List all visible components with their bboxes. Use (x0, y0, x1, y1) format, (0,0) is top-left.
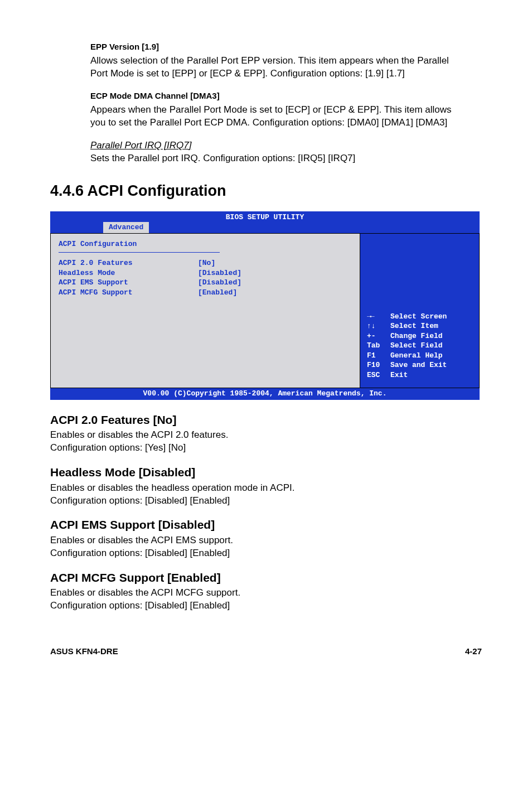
parallel-port-irq-heading: Parallel Port IRQ [IRQ7] (90, 140, 191, 151)
bios-row-label: Headless Mode (59, 268, 198, 278)
bios-help-key: ESC (367, 370, 390, 380)
bios-help-key: F1 (367, 351, 390, 361)
acpi20-heading: ACPI 2.0 Features [No] (50, 412, 482, 428)
bios-left-panel: ACPI Configuration ACPI 2.0 Features [No… (50, 233, 360, 389)
bios-row: ACPI 2.0 Features [No] (59, 258, 352, 268)
ecp-dma-heading: ECP Mode DMA Channel [DMA3] (90, 90, 465, 102)
bios-help-key: →← (367, 312, 390, 322)
page-footer-right: 4-27 (465, 646, 482, 657)
bios-help-panel: →←Select Screen ↑↓Select Item +-Change F… (360, 233, 480, 389)
bios-help-key: ↑↓ (367, 321, 390, 331)
bios-help-text: General Help (390, 351, 443, 361)
bios-help-key: Tab (367, 341, 390, 351)
bios-help-key: +- (367, 331, 390, 341)
ems-line1: Enables or disables the ACPI EMS support… (50, 534, 482, 547)
bios-row-value: [No] (198, 258, 215, 268)
bios-help-key: F10 (367, 360, 390, 370)
headless-heading: Headless Mode [Disabled] (50, 465, 482, 480)
bios-footer: V00.00 (C)Copyright 1985-2004, American … (50, 388, 480, 400)
epp-version-body: Allows selection of the Parallel Port EP… (90, 55, 465, 80)
mcfg-line2: Configuration options: [Disabled] [Enabl… (50, 600, 482, 612)
mcfg-heading: ACPI MCFG Support [Enabled] (50, 570, 482, 586)
acpi20-line1: Enables or disables the ACPI 2.0 feature… (50, 429, 482, 442)
page-footer-left: ASUS KFN4-DRE (50, 646, 118, 657)
bios-row-label: ACPI 2.0 Features (59, 258, 198, 268)
bios-row: Headless Mode [Disabled] (59, 268, 352, 278)
bios-row-value: [Disabled] (198, 278, 241, 288)
bios-row-label: ACPI MCFG Support (59, 288, 198, 298)
bios-help-text: Save and Exit (390, 360, 447, 370)
bios-row: ACPI MCFG Support [Enabled] (59, 288, 352, 298)
bios-row-label: ACPI EMS Support (59, 278, 198, 288)
bios-title: BIOS SETUP UTILITY (50, 212, 480, 223)
bios-tab-advanced: Advanced (103, 222, 149, 233)
epp-version-heading: EPP Version [1.9] (90, 41, 465, 52)
ecp-dma-body: Appears when the Parallel Port Mode is s… (90, 104, 465, 129)
headless-line1: Enables or disables the headless operati… (50, 482, 482, 495)
bios-screenshot: BIOS SETUP UTILITY Advanced ACPI Configu… (50, 211, 480, 400)
bios-help-text: Select Screen (390, 312, 447, 322)
bios-row-value: [Enabled] (198, 288, 237, 298)
parallel-port-irq-body: Sets the Parallel port IRQ. Configuratio… (90, 152, 465, 165)
bios-row-value: [Disabled] (198, 268, 241, 278)
bios-help-text: Select Item (390, 321, 438, 331)
bios-help-text: Select Field (390, 341, 443, 351)
mcfg-line1: Enables or disables the ACPI MCFG suppor… (50, 587, 482, 600)
bios-row: ACPI EMS Support [Disabled] (59, 278, 352, 288)
bios-panel-title: ACPI Configuration (59, 239, 352, 249)
ems-line2: Configuration options: [Disabled] [Enabl… (50, 547, 482, 560)
ems-heading: ACPI EMS Support [Disabled] (50, 517, 482, 533)
bios-help-text: Exit (390, 370, 408, 380)
headless-line2: Configuration options: [Disabled] [Enabl… (50, 495, 482, 508)
bios-help-text: Change Field (390, 331, 443, 341)
section-title: 4.4.6 ACPI Configuration (50, 181, 482, 201)
acpi20-line2: Configuration options: [Yes] [No] (50, 442, 482, 455)
